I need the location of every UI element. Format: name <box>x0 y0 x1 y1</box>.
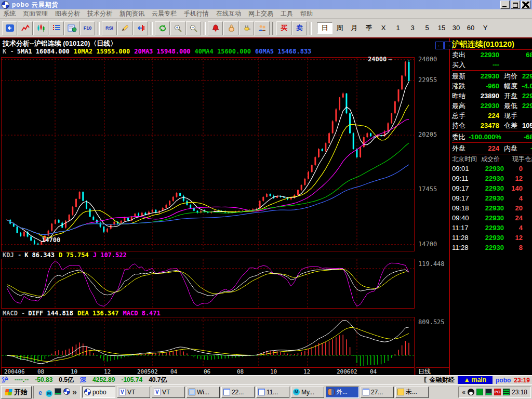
task-button-Wi...[interactable]: Wi... <box>187 387 220 398</box>
kdj-scale-label: 119.448 <box>418 260 445 268</box>
line-chart-button[interactable] <box>18 21 33 35</box>
windows-logo-icon <box>5 389 12 395</box>
back-icon <box>5 24 15 32</box>
connect-button[interactable] <box>239 21 254 35</box>
y-axis-tick: 24000 <box>418 56 437 63</box>
menu-item-页面管理[interactable]: 页面管理 <box>23 9 48 18</box>
alarm-button[interactable] <box>208 21 223 35</box>
period-button-30[interactable]: 30 <box>449 22 463 34</box>
period-button-3[interactable]: 3 <box>405 22 420 34</box>
menu-item-在线互动[interactable]: 在线互动 <box>216 9 241 18</box>
pointer-button[interactable] <box>223 21 238 35</box>
start-label: 开始 <box>14 388 28 397</box>
x-axis-tick: 200502 <box>137 368 158 375</box>
period-switcher: 日周月季X135153060Y <box>317 22 493 34</box>
back-button[interactable] <box>2 21 17 35</box>
menu-item-系统[interactable]: 系统 <box>3 9 16 18</box>
tray-chevron-icon[interactable]: « <box>462 389 466 396</box>
period-button-月[interactable]: 月 <box>347 22 362 34</box>
menu-item-网上交易[interactable]: 网上交易 <box>248 9 273 18</box>
restore-button[interactable] <box>511 1 520 9</box>
users-button[interactable] <box>255 21 270 35</box>
restore-icon <box>513 3 518 8</box>
menu-item-图表分析[interactable]: 图表分析 <box>55 9 80 18</box>
menu-item-技术分析[interactable]: 技术分析 <box>87 9 112 18</box>
tick-table-header: 北京时间成交价现手仓差 <box>452 155 532 164</box>
menu-item-新闻资讯[interactable]: 新闻资讯 <box>119 9 144 18</box>
close-button[interactable] <box>521 1 530 9</box>
prev-chart-button[interactable]: ← <box>435 42 444 49</box>
quote-separator <box>452 142 532 143</box>
period-button-15[interactable]: 15 <box>434 22 449 34</box>
x-axis-tick: 12 <box>303 368 310 375</box>
sell-button[interactable]: 卖 <box>292 21 307 35</box>
toolbar-separator <box>272 22 274 35</box>
quick-launch-m-circle[interactable]: M <box>46 388 52 397</box>
x-axis-tick: 08 <box>237 368 244 375</box>
period-button-Y[interactable]: Y <box>478 22 493 34</box>
task-button-pobo[interactable]: pobo <box>82 387 115 398</box>
main-price-chart[interactable] <box>1 57 415 251</box>
start-button[interactable]: 开始 <box>1 386 32 398</box>
macd-panel[interactable] <box>1 317 415 367</box>
chart-nav-buttons: ← → <box>435 42 453 49</box>
task-button-VT[interactable]: VVT <box>152 387 185 398</box>
quick-launch-pobo-logo[interactable] <box>63 388 70 397</box>
kdj-panel[interactable] <box>1 259 415 309</box>
tick-table[interactable]: 09:0122930009:11229301209:1722930140-09:… <box>452 164 532 252</box>
quote-row: 卖出22930688 <box>452 50 532 60</box>
period-button-60[interactable]: 60 <box>463 22 478 34</box>
menu-item-工具[interactable]: 工具 <box>281 9 293 18</box>
market-index-summary: 沪----.---50.830.5亿深4252.89-105.7440.7亿 <box>2 376 173 384</box>
refresh-button[interactable] <box>155 21 170 35</box>
finance-channel-link[interactable]: 〖金融财经 <box>423 376 455 384</box>
x-axis-tick: 10 <box>71 368 77 375</box>
task-button-未...[interactable]: 未... <box>395 387 429 398</box>
task-button-外...[interactable]: 外... <box>326 387 359 398</box>
quick-launch-ie[interactable]: e <box>37 388 44 397</box>
rsi-button[interactable]: RSI <box>102 21 117 35</box>
screen-icon <box>485 389 492 395</box>
task-button-My...[interactable]: MMy... <box>291 387 324 398</box>
y-axis-tick: 22955 <box>418 76 437 84</box>
goto-line-button[interactable] <box>133 21 148 35</box>
candle-chart-button[interactable] <box>33 21 48 35</box>
quote-panel: 沪铝连续(010120) 卖出22930688买入---0最新22930均价22… <box>451 38 532 376</box>
f10-button[interactable]: F10 <box>80 21 95 35</box>
period-button-X[interactable]: X <box>376 22 391 34</box>
bell-icon <box>211 24 220 32</box>
period-button-日[interactable]: 日 <box>317 22 332 34</box>
task-button-22...[interactable]: 22... <box>221 387 255 398</box>
menu-item-云晨专栏[interactable]: 云晨专栏 <box>152 9 177 18</box>
zoom-in-button[interactable] <box>170 21 185 35</box>
task-button-27...[interactable]: 27... <box>361 387 394 398</box>
quick-launch-bar: eM» <box>33 386 81 398</box>
x-axis-tick: 08 <box>37 368 44 375</box>
buy-button[interactable]: 买 <box>276 21 291 35</box>
task-button-11...[interactable]: 11... <box>256 387 289 398</box>
report-icon <box>68 24 77 32</box>
quick-launch-screen[interactable] <box>55 388 61 397</box>
main-server-badge[interactable]: ▲ main <box>458 376 493 384</box>
menu-item-手机行情[interactable]: 手机行情 <box>184 9 209 18</box>
people-icon <box>328 389 335 395</box>
toolbar-separator <box>98 22 100 35</box>
period-button-1[interactable]: 1 <box>391 22 405 34</box>
minimize-button[interactable] <box>500 1 510 9</box>
report-button[interactable] <box>64 21 79 35</box>
application-window: pobo 云晨期货 系统页面管理图表分析技术分析新闻资讯云晨专栏手机行情在线互动… <box>0 0 532 399</box>
period-button-5[interactable]: 5 <box>420 22 434 34</box>
pobo-logo-icon <box>84 389 91 395</box>
draw-button[interactable] <box>117 21 132 35</box>
x-axis-tick: 200602 <box>337 368 357 375</box>
task-buttons: poboVVTVVTWi...22...11...MMy...外...27...… <box>82 387 429 398</box>
f10-icon: F10 <box>84 25 92 31</box>
period-button-周[interactable]: 周 <box>332 22 347 34</box>
task-button-VT[interactable]: VVT <box>117 387 150 398</box>
period-button-季[interactable]: 季 <box>362 22 376 34</box>
zoom-out-button[interactable] <box>186 21 201 35</box>
hand-icon <box>227 24 236 32</box>
quote-list-button[interactable] <box>49 21 64 35</box>
menu-item-帮助[interactable]: 帮助 <box>300 9 313 18</box>
overflow-chevron-icon[interactable]: » <box>72 388 77 397</box>
